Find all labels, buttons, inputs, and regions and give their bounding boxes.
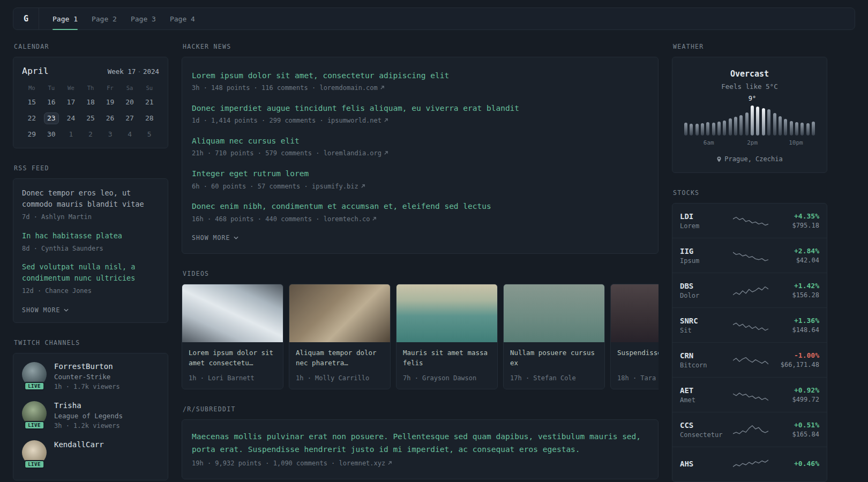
calendar-day[interactable]: 15 <box>22 96 42 108</box>
hn-item-title[interactable]: Aliquam nec cursus elit <box>192 137 300 145</box>
twitch-channel-name[interactable]: ForrestBurton <box>54 362 120 371</box>
stock-row[interactable]: AHS +0.46% <box>672 447 827 481</box>
twitch-channel[interactable]: LIVE ForrestBurton Counter-Strike 1h · 1… <box>22 362 159 390</box>
hn-item-domain-link[interactable]: loremdomain.com <box>319 84 384 92</box>
twitch-channel-info: ForrestBurton Counter-Strike 1h · 1.7k v… <box>54 362 120 390</box>
calendar-day[interactable]: 4 <box>120 129 140 140</box>
separator-dot: · <box>136 67 143 76</box>
twitch-card: LIVE ForrestBurton Counter-Strike 1h · 1… <box>13 353 168 480</box>
stock-name: Sit <box>680 327 731 334</box>
hn-item-domain-link[interactable]: loremtech.co <box>324 215 377 223</box>
twitch-channel[interactable]: LIVE KendallCarr <box>22 440 159 465</box>
stock-row[interactable]: IIG Ipsum +2.84% $42.04 <box>672 238 827 273</box>
calendar-day[interactable]: 17 <box>61 96 81 108</box>
calendar-day[interactable]: 3 <box>100 129 120 140</box>
video-title: Aliquam tempor dolor nec pharetra… <box>296 348 384 368</box>
stock-row[interactable]: CCS Consectetur +0.51% $165.84 <box>672 412 827 447</box>
external-link-icon <box>384 118 388 123</box>
stock-row[interactable]: DBS Dolor +1.42% $156.28 <box>672 273 827 307</box>
tab-page-2[interactable]: Page 2 <box>85 8 124 29</box>
calendar-grid: MoTuWeThFrSaSu15161718192021222324252627… <box>22 84 159 140</box>
weather-time-label: 2pm <box>747 139 758 146</box>
calendar-header: April Week 17·2024 <box>22 66 159 76</box>
hn-item: Lorem ipsum dolor sit amet, consectetur … <box>192 70 648 93</box>
show-more-label: SHOW MORE <box>22 306 60 314</box>
twitch-channel-name[interactable]: KendallCarr <box>54 440 104 449</box>
rss-item-title[interactable]: In hac habitasse platea <box>22 230 159 242</box>
tab-page-1[interactable]: Page 1 <box>46 8 85 29</box>
twitch-channel-info: Trisha League of Legends 3h · 1.2k viewe… <box>54 401 123 430</box>
stock-row[interactable]: CRN Bitcorn -1.00% $66,171.48 <box>672 342 827 377</box>
rss-show-more-button[interactable]: SHOW MORE <box>22 306 69 314</box>
video-meta: 7h · Grayson Dawson <box>403 374 491 382</box>
calendar-day[interactable]: 22 <box>22 112 42 124</box>
calendar-day[interactable]: 16 <box>42 96 62 108</box>
app-logo[interactable]: G <box>13 8 39 29</box>
hn-show-more-button[interactable]: SHOW MORE <box>192 234 238 242</box>
calendar-day[interactable]: 28 <box>139 112 159 124</box>
stock-identity: AET Amet <box>680 386 731 404</box>
stock-row[interactable]: AET Amet +0.92% $499.72 <box>672 377 827 412</box>
weather-time-label: 6am <box>704 139 714 146</box>
subreddit-post-domain-link[interactable]: loremnet.xyz <box>339 460 393 467</box>
twitch-channel-name[interactable]: Trisha <box>54 401 123 410</box>
hn-item-title[interactable]: Lorem ipsum dolor sit amet, consectetur … <box>192 71 449 80</box>
weather-bar <box>690 124 693 135</box>
external-link-icon <box>361 184 365 189</box>
hn-item-domain: loremlandia.org <box>324 149 381 157</box>
video-card[interactable]: Aliquam tempor dolor nec pharetra… 1h · … <box>289 284 391 389</box>
calendar-day[interactable]: 29 <box>22 129 42 140</box>
weather-bar <box>790 121 793 135</box>
stock-name: Ipsum <box>680 257 731 265</box>
calendar-day[interactable]: 25 <box>81 112 101 124</box>
video-thumbnail <box>504 284 604 342</box>
calendar-day[interactable]: 2 <box>81 129 101 140</box>
hn-item-title[interactable]: Integer eget rutrum lorem <box>192 169 309 178</box>
middle-column: HACKER NEWS Lorem ipsum dolor sit amet, … <box>182 43 659 479</box>
subreddit-post-title[interactable]: Maecenas mollis pulvinar erat non posuer… <box>192 431 648 456</box>
weather-bar <box>745 112 749 135</box>
hn-item-title[interactable]: Donec enim nibh, condimentum et accumsan… <box>192 202 491 210</box>
video-card[interactable]: Nullam posuere cursus ex 17h · Stefan Co… <box>503 284 605 389</box>
tab-page-3[interactable]: Page 3 <box>124 8 163 29</box>
stock-row[interactable]: LDI Lorem +4.35% $795.18 <box>672 204 827 238</box>
calendar-day[interactable]: 20 <box>120 96 140 108</box>
rss-item-title[interactable]: Donec tempor eros leo, ut commodo mauris… <box>22 187 159 210</box>
hn-item-domain-link[interactable]: ipsumify.biz <box>312 183 365 190</box>
avatar: LIVE <box>22 401 47 426</box>
weather-location: Prague, Czechia <box>681 155 818 163</box>
video-card[interactable]: Mauris sit amet massa felis 7h · Grayson… <box>396 284 498 389</box>
calendar-day[interactable]: 1 <box>61 129 81 140</box>
calendar-day[interactable]: 27 <box>120 112 140 124</box>
tab-page-4[interactable]: Page 4 <box>163 8 202 29</box>
video-thumbnail <box>396 284 497 342</box>
stock-row[interactable]: SNRC Sit +1.36% $148.64 <box>672 307 827 342</box>
calendar-month: April <box>22 66 49 76</box>
hn-item-title[interactable]: Donec imperdiet augue tincidunt felis al… <box>192 104 519 112</box>
calendar-day[interactable]: 18 <box>81 96 101 108</box>
video-card[interactable]: Lorem ipsum dolor sit amet consectetu… 1… <box>182 284 283 389</box>
stock-change: +2.84% <box>770 247 819 255</box>
calendar-day[interactable]: 24 <box>61 112 81 124</box>
rss-item-title[interactable]: Sed volutpat nulla nisl, a condimentum n… <box>22 261 159 284</box>
twitch-channel-meta: 3h · 1.2k viewers <box>54 422 123 430</box>
calendar-day[interactable]: 26 <box>100 112 120 124</box>
calendar-day[interactable]: 21 <box>139 96 159 108</box>
twitch-channel[interactable]: LIVE Trisha League of Legends 3h · 1.2k … <box>22 401 159 430</box>
stock-symbol: CCS <box>680 421 731 430</box>
hn-item-domain: loremtech.co <box>324 215 370 223</box>
hn-item-domain: ipsumworld.net <box>327 117 381 124</box>
calendar-day[interactable]: 5 <box>139 129 159 140</box>
weather-bar <box>751 106 754 135</box>
video-title: Nullam posuere cursus ex <box>510 348 598 368</box>
hn-item-domain-link[interactable]: ipsumworld.net <box>327 117 388 124</box>
weather-bars: 9° <box>684 104 815 135</box>
hn-item: Donec enim nibh, condimentum et accumsan… <box>192 201 648 223</box>
calendar-day-today[interactable]: 23 <box>44 112 59 124</box>
calendar-day[interactable]: 19 <box>100 96 120 108</box>
calendar-day[interactable]: 30 <box>42 129 62 140</box>
video-card[interactable]: Suspendisse diam 18h · Tara <box>610 284 659 389</box>
hn-item-domain-link[interactable]: loremlandia.org <box>324 149 388 157</box>
right-column: WEATHER Overcast Feels like 5°C 9° 6am2p… <box>672 43 827 482</box>
subreddit-widget: /R/SUBREDDIT Maecenas mollis pulvinar er… <box>182 405 659 479</box>
